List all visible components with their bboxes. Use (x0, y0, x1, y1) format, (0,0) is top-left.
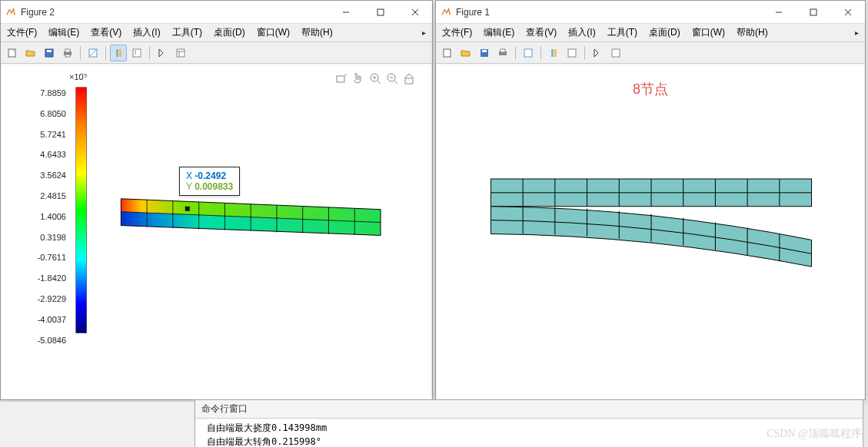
svg-line-26 (394, 81, 397, 84)
plot-title: 8节点 (633, 80, 668, 98)
menu-overflow-icon[interactable]: ▸ (855, 28, 859, 37)
command-window-output[interactable]: 自由端最大挠度0.143998mm 自由端最大转角0.215998° (195, 419, 863, 447)
matlab-icon (5, 7, 16, 18)
menu-help[interactable]: 帮助(H) (301, 26, 333, 39)
menu-insert[interactable]: 插入(I) (568, 26, 595, 39)
svg-rect-50 (568, 49, 576, 57)
toolbar-separator (105, 46, 106, 60)
menu-window[interactable]: 窗口(W) (257, 26, 290, 39)
command-window-panel: 命令行窗口 自由端最大挠度0.143998mm 自由端最大转角0.215998° (195, 399, 863, 447)
menu-tools[interactable]: 工具(T) (607, 26, 637, 39)
svg-rect-46 (501, 49, 505, 52)
menu-help[interactable]: 帮助(H) (737, 26, 768, 39)
save-button[interactable] (41, 45, 58, 61)
svg-rect-49 (554, 49, 557, 57)
maximize-button[interactable] (363, 1, 397, 23)
insert-legend-button[interactable] (128, 45, 145, 61)
svg-rect-44 (482, 50, 487, 52)
close-button[interactable] (830, 1, 865, 23)
close-button[interactable] (397, 1, 432, 23)
svg-rect-12 (116, 49, 118, 57)
toolbar-separator (80, 46, 81, 60)
link-axes-button[interactable] (85, 45, 101, 61)
menubar: 文件(F) 编辑(E) 查看(V) 插入(I) 工具(T) 桌面(D) 窗口(W… (436, 24, 865, 42)
menubar: 文件(F) 编辑(E) 查看(V) 插入(I) 工具(T) 桌面(D) 窗口(W… (1, 24, 432, 42)
edit-plot-button[interactable] (154, 45, 171, 61)
svg-rect-17 (177, 49, 185, 57)
open-button[interactable] (457, 45, 474, 61)
watermark: CSDN @顶呱呱程序 (767, 427, 862, 441)
svg-rect-13 (119, 49, 121, 57)
toolbar-separator (149, 46, 150, 60)
colorbar (76, 88, 87, 333)
insert-colorbar-button[interactable] (110, 45, 127, 61)
restore-view-icon[interactable] (403, 72, 416, 88)
svg-rect-42 (444, 49, 451, 57)
insert-colorbar-button[interactable] (545, 45, 562, 61)
svg-rect-51 (612, 49, 620, 57)
open-property-inspector-button[interactable] (172, 45, 189, 61)
window-title: Figure 2 (21, 7, 55, 18)
menu-desktop[interactable]: 桌面(D) (649, 26, 680, 39)
link-axes-button[interactable] (520, 45, 537, 61)
desktop-blank (0, 401, 194, 447)
pan-icon[interactable] (352, 72, 365, 88)
zoom-out-icon[interactable] (386, 72, 399, 88)
matlab-icon (441, 7, 451, 18)
svg-rect-1 (377, 9, 384, 15)
toolbar-separator (515, 46, 516, 60)
toolbar-separator (540, 46, 541, 60)
svg-rect-39 (810, 9, 816, 15)
svg-rect-8 (65, 49, 70, 52)
datatip-marker[interactable] (185, 207, 190, 211)
edit-plot-button[interactable] (589, 45, 606, 61)
figure-window-2: Figure 2 文件(F) 编辑(E) 查看(V) 插入(I) 工具(T) 桌… (0, 0, 433, 400)
svg-rect-48 (551, 49, 554, 57)
zoom-in-icon[interactable] (369, 72, 382, 88)
print-button[interactable] (494, 45, 511, 61)
minimize-button[interactable] (761, 1, 796, 23)
svg-rect-20 (337, 76, 344, 82)
svg-rect-47 (524, 49, 532, 57)
menu-window[interactable]: 窗口(W) (692, 26, 725, 39)
window-title: Figure 1 (456, 7, 490, 18)
menu-insert[interactable]: 插入(I) (133, 26, 160, 39)
colorbar-ticks: 7.8859 6.8050 5.7241 4.6433 3.5624 2.481… (31, 83, 66, 350)
menu-file[interactable]: 文件(F) (442, 26, 472, 39)
figure-window-1: Figure 1 文件(F) 编辑(E) 查看(V) 插入(I) 工具(T) 桌… (435, 0, 866, 400)
save-button[interactable] (476, 45, 493, 61)
open-button[interactable] (22, 45, 39, 61)
svg-rect-4 (8, 49, 15, 57)
menu-tools[interactable]: 工具(T) (172, 26, 202, 39)
menu-desktop[interactable]: 桌面(D) (214, 26, 245, 39)
datatip[interactable]: X -0.2492 Y 0.009833 (179, 167, 240, 196)
toolbar (1, 42, 432, 64)
menu-view[interactable]: 查看(V) (91, 26, 121, 39)
menu-edit[interactable]: 编辑(E) (48, 26, 79, 39)
menu-edit[interactable]: 编辑(E) (484, 26, 514, 39)
menu-overflow-icon[interactable]: ▸ (422, 28, 426, 37)
open-property-inspector-button[interactable] (607, 45, 624, 61)
minimize-button[interactable] (328, 1, 363, 23)
svg-rect-6 (47, 50, 52, 52)
brush-icon[interactable] (335, 72, 348, 88)
menu-view[interactable]: 查看(V) (526, 26, 557, 39)
svg-rect-14 (133, 49, 141, 57)
insert-legend-button[interactable] (564, 45, 580, 61)
menu-file[interactable]: 文件(F) (7, 26, 37, 39)
new-figure-button[interactable] (439, 45, 456, 61)
svg-rect-9 (65, 55, 70, 57)
titlebar[interactable]: Figure 2 (1, 1, 432, 24)
toolbar-separator (584, 46, 585, 60)
print-button[interactable] (59, 45, 76, 61)
svg-line-22 (377, 81, 381, 84)
axes-area[interactable]: 8节点 (437, 65, 864, 399)
colorbar-exponent: ×10⁵ (69, 72, 87, 82)
command-window-tab[interactable]: 命令行窗口 (195, 400, 863, 419)
axes-area[interactable]: ×10⁵ 7.8859 6.8050 5.7241 4.6433 3.5624 … (2, 65, 431, 399)
mesh-plot (437, 65, 864, 399)
titlebar[interactable]: Figure 1 (436, 1, 865, 24)
new-figure-button[interactable] (4, 45, 21, 61)
axes-toolbar[interactable] (335, 72, 416, 88)
maximize-button[interactable] (796, 1, 830, 23)
